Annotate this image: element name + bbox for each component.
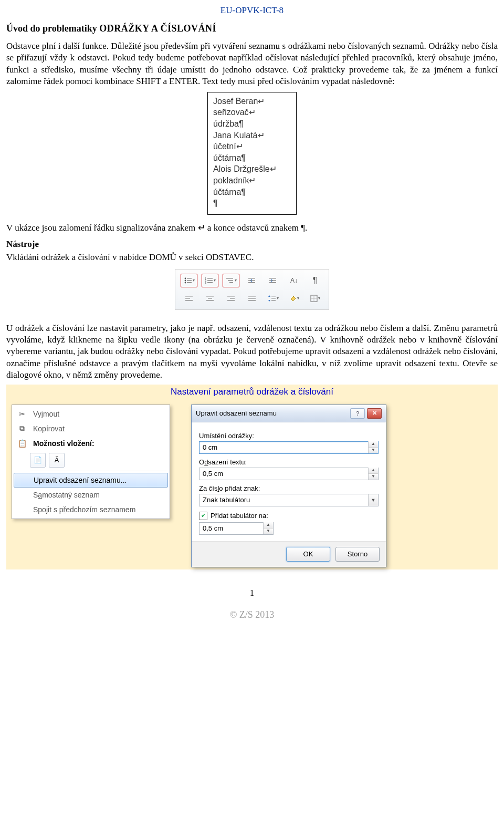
sample-line: Josef Beran↵ xyxy=(213,96,287,107)
svg-rect-28 xyxy=(206,300,214,300)
paragraph-ribbon-group: ▾ 123▾ ▾ A↓ ¶ ▾ ▾ ▾ xyxy=(175,269,329,310)
svg-rect-39 xyxy=(271,300,276,300)
decrease-indent-button[interactable] xyxy=(243,273,261,288)
cancel-button[interactable]: Storno xyxy=(335,547,380,562)
svg-rect-34 xyxy=(248,300,256,300)
page-title: Úvod do problematiky ODRÁŽKY A ČÍSLOVÁNÍ xyxy=(6,23,498,34)
paste-option-keep-formatting[interactable]: 📄 xyxy=(30,453,46,468)
svg-rect-24 xyxy=(185,298,190,298)
document-header-code: EU-OPVK-ICT-8 xyxy=(6,5,498,16)
ctx-adjust-indent[interactable]: Upravit odsazení seznamu... xyxy=(14,473,168,488)
sample-line: účtárna¶ xyxy=(213,186,287,198)
checkbox-add-tab[interactable]: ✔ xyxy=(199,512,207,520)
svg-rect-7 xyxy=(207,278,213,278)
ctx-standalone-list[interactable]: Samostatný seznam xyxy=(12,488,170,502)
increase-indent-button[interactable] xyxy=(264,273,282,288)
sample-line: účetní↵ xyxy=(213,141,287,152)
svg-rect-11 xyxy=(207,282,213,283)
multilevel-list-button[interactable]: ▾ xyxy=(222,273,240,288)
align-left-button[interactable] xyxy=(180,291,198,306)
svg-marker-36 xyxy=(268,300,270,302)
spinner[interactable]: ▲▼ xyxy=(368,468,378,480)
subheading-tools: Nástroje xyxy=(6,239,498,250)
title-prefix: Úvod do problematiky xyxy=(6,23,99,34)
label-add-tab: Přidat tabulátor na: xyxy=(211,512,268,520)
svg-rect-30 xyxy=(230,298,235,298)
svg-rect-1 xyxy=(187,278,192,278)
paragraph-1: Odstavce plní i další funkce. Důležité j… xyxy=(6,40,498,88)
input-bullet-position[interactable]: 0 cm ▲▼ xyxy=(199,441,379,454)
bullets-button[interactable]: ▾ xyxy=(180,273,198,288)
settings-caption: Nastavení parametrů odrážek a číslování xyxy=(6,385,498,399)
close-button[interactable]: ✕ xyxy=(367,408,382,419)
tools-sentence: Vkládání odrážek a číslování v nabídce D… xyxy=(6,252,498,263)
svg-rect-29 xyxy=(227,296,235,296)
page-number: 1 xyxy=(6,588,498,598)
svg-rect-31 xyxy=(227,300,235,300)
input-text-indent[interactable]: 0,5 cm ▲▼ xyxy=(199,468,379,480)
chevron-down-icon: ▼ xyxy=(368,494,378,506)
title-caps: ODRÁŽKY A ČÍSLOVÁNÍ xyxy=(99,23,216,34)
svg-rect-14 xyxy=(229,282,233,283)
align-right-button[interactable] xyxy=(222,291,240,306)
paste-option-text-only[interactable]: Ă xyxy=(49,453,65,468)
sample-line: ¶ xyxy=(213,198,287,209)
paragraph-2b: a konce odstavců znakem ¶. xyxy=(205,223,308,233)
adjust-indent-dialog: Upravit odsazení seznamu ? ✕ Umístění od… xyxy=(191,405,386,567)
ok-button[interactable]: OK xyxy=(286,547,330,562)
numbering-button[interactable]: 123▾ xyxy=(201,273,219,288)
svg-point-4 xyxy=(184,282,186,283)
select-after-number[interactable]: Znak tabulátoru ▼ xyxy=(199,494,379,506)
paragraph-3: U odrážek a číslování lze nastavit param… xyxy=(6,323,498,381)
spinner[interactable]: ▲▼ xyxy=(368,441,378,453)
label-text-indent: Odsazení textu: xyxy=(199,458,379,466)
svg-rect-21 xyxy=(269,280,276,281)
svg-rect-12 xyxy=(226,278,233,278)
dialog-title-text: Upravit odsazení seznamu xyxy=(196,409,277,417)
spinner[interactable]: ▲▼ xyxy=(263,522,273,534)
svg-rect-9 xyxy=(207,280,213,281)
svg-rect-27 xyxy=(208,298,212,298)
input-tab-position[interactable]: 0,5 cm ▲▼ xyxy=(199,522,274,535)
svg-text:3: 3 xyxy=(205,281,206,284)
menu-odstavec: ODSTAVEC xyxy=(206,252,251,262)
blank-icon xyxy=(17,475,28,485)
sample-line: seřizovač↵ xyxy=(213,107,287,118)
menu-separator xyxy=(30,471,166,471)
sample-line: pokladník↵ xyxy=(213,175,287,186)
ctx-paste-options-header: 📋 Možnosti vložení: xyxy=(12,436,170,451)
svg-rect-22 xyxy=(269,282,276,283)
footer-copyright: © Z/S 2013 xyxy=(6,609,498,620)
sample-line: Jana Kulatá↵ xyxy=(213,130,287,141)
label-bullet-position: Umístění odrážky: xyxy=(199,432,379,440)
sort-button[interactable]: A↓ xyxy=(285,273,303,288)
svg-rect-25 xyxy=(185,300,193,300)
svg-rect-38 xyxy=(271,298,276,298)
copy-icon: ⧉ xyxy=(16,424,28,433)
sample-line: údržba¶ xyxy=(213,118,287,130)
svg-point-0 xyxy=(184,277,186,279)
line-spacing-button[interactable]: ▾ xyxy=(264,291,282,306)
paragraph-2a: V ukázce jsou zalomení řádku signalizová… xyxy=(6,223,198,233)
svg-rect-13 xyxy=(228,280,233,281)
align-justify-button[interactable] xyxy=(243,291,261,306)
svg-rect-17 xyxy=(248,280,255,281)
ctx-copy[interactable]: ⧉ Kopírovat xyxy=(12,421,170,436)
svg-rect-16 xyxy=(248,278,255,278)
sample-line: Alois Držgrešle↵ xyxy=(213,163,287,175)
context-menu: ✂ Vyjmout ⧉ Kopírovat 📋 Možnosti vložení… xyxy=(12,405,170,519)
clipboard-icon: 📋 xyxy=(16,439,28,448)
help-button[interactable]: ? xyxy=(350,408,365,419)
svg-rect-5 xyxy=(187,282,192,283)
align-center-button[interactable] xyxy=(201,291,219,306)
text-sample-box: Josef Beran↵ seřizovač↵ údržba¶ Jana Kul… xyxy=(207,92,297,215)
borders-button[interactable]: ▾ xyxy=(306,291,324,306)
ctx-join-previous[interactable]: Spojit s předchozím seznamem xyxy=(12,502,170,517)
svg-rect-37 xyxy=(271,296,276,296)
shading-button[interactable]: ▾ xyxy=(285,291,303,306)
dialog-titlebar: Upravit odsazení seznamu ? ✕ xyxy=(192,405,386,422)
ctx-cut[interactable]: ✂ Vyjmout xyxy=(12,407,170,421)
show-marks-button[interactable]: ¶ xyxy=(306,273,324,288)
svg-rect-3 xyxy=(187,280,192,281)
label-after-number: Za číslo přidat znak: xyxy=(199,484,379,492)
